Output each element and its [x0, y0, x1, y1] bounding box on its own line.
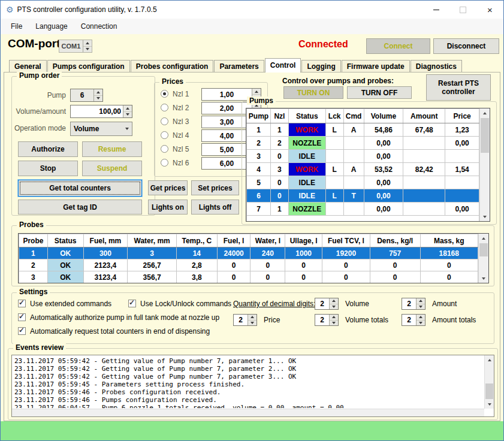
get-prices-button[interactable]: Get prices	[148, 180, 188, 195]
nzl4-radio[interactable]	[161, 131, 168, 139]
pump-row-5[interactable]: 50IDLE0,00	[247, 176, 479, 189]
nzl6-radio[interactable]	[161, 159, 168, 167]
events-vertical-scrollbar[interactable]	[484, 355, 494, 409]
scroll-thumb[interactable]	[481, 118, 489, 153]
tab-logging[interactable]: Logging	[301, 60, 340, 72]
probe-row-1-selected[interactable]: 1OK3003142400024010001920075718168	[19, 247, 478, 259]
turn-on-button[interactable]: TURN ON	[283, 86, 343, 99]
scroll-up-icon[interactable]	[479, 234, 488, 243]
tab-general[interactable]: General	[9, 60, 47, 72]
use-extended-commands-label: Use extended commands	[30, 300, 111, 308]
get-tag-id-button[interactable]: Get tag ID	[18, 200, 142, 215]
pump-row-1[interactable]: 11WORKLA54,8667,481,23	[247, 123, 479, 137]
nzl2-radio[interactable]	[161, 104, 168, 111]
auto-request-totals-checkbox[interactable]	[18, 327, 26, 335]
pumps-group-label: Pumps	[247, 96, 276, 105]
authorize-button[interactable]: Authorize	[18, 141, 78, 157]
stop-button[interactable]: Stop	[18, 161, 78, 176]
set-prices-button[interactable]: Set prices	[191, 180, 239, 195]
pumps-scrollbar[interactable]	[479, 108, 490, 221]
settings-group-label: Settings	[17, 288, 50, 296]
tab-firmware-update[interactable]: Firmware update	[342, 60, 410, 72]
tab-probes-configuration[interactable]: Probes configuration	[131, 60, 214, 72]
nzl3-radio[interactable]	[161, 117, 168, 125]
events-log[interactable]: 23.11.2017 05:59:42 - Getting value of P…	[11, 355, 494, 417]
maximize-button[interactable]	[449, 1, 476, 19]
pump-row-2[interactable]: 22NOZZLE0,000,00	[247, 137, 479, 150]
events-review-group-label: Events review	[13, 343, 66, 352]
scroll-thumb[interactable]	[485, 383, 493, 399]
operation-mode-dropdown[interactable]: Volume	[70, 122, 132, 136]
connect-button[interactable]: Connect	[366, 38, 430, 54]
probes-scrollbar[interactable]	[478, 234, 488, 283]
suspend-button[interactable]: Suspend	[82, 161, 142, 176]
scroll-down-icon[interactable]	[479, 274, 488, 283]
volume-amount-label: Volume/amount	[16, 107, 66, 116]
turn-off-button[interactable]: TURN OFF	[347, 86, 412, 99]
decimal-amount-spinner[interactable]: 2	[402, 298, 425, 310]
scroll-up-icon[interactable]	[480, 108, 490, 117]
volume-amount-spinner[interactable]: 100,00	[70, 105, 132, 118]
col-pump: Pump	[247, 109, 271, 123]
volume-amount-value: 100,00	[71, 105, 123, 117]
decimal-volume-spinner[interactable]: 2	[315, 298, 339, 310]
pump-label: Pump	[47, 91, 66, 99]
tab-strip: General Pumps configuration Probes confi…	[4, 58, 500, 72]
scroll-down-icon[interactable]	[485, 400, 494, 409]
nzl1-radio[interactable]	[161, 90, 168, 98]
nzl5-radio[interactable]	[161, 145, 168, 153]
menu-bar: File Language Connection	[1, 19, 503, 34]
tab-pumps-configuration[interactable]: Pumps configuration	[47, 60, 130, 72]
decimal-amount-totals-spinner[interactable]: 2	[402, 314, 425, 326]
lights-on-button[interactable]: Lights on	[148, 200, 188, 215]
nzl5-label: Nzl 5	[173, 145, 189, 153]
lights-off-button[interactable]: Lights off	[191, 200, 239, 215]
status-badge: OK	[47, 247, 83, 259]
log-line: 23.11.2017 05:59:42 - Getting value of P…	[14, 365, 484, 373]
probes-header-row: ProbeStatusFuel, mmWater, mmTemp., CFuel…	[19, 234, 478, 247]
com-port-spinner[interactable]: COM1	[59, 40, 92, 53]
auto-authorize-checkbox[interactable]	[18, 313, 26, 321]
events-horizontal-scrollbar[interactable]	[12, 409, 484, 416]
decimal-volume-label: Volume	[345, 300, 369, 308]
tab-diagnostics[interactable]: Diagnostics	[411, 60, 462, 72]
pump-order-group-label: Pump order	[17, 71, 62, 80]
minimize-button[interactable]	[422, 1, 449, 19]
prices-group-label: Prices	[159, 77, 186, 86]
pump-row-7[interactable]: 71NOZZLE0,000,00	[247, 203, 479, 216]
disconnect-button[interactable]: Disconnect	[433, 38, 499, 54]
close-button[interactable]: ×	[476, 1, 503, 19]
log-line: 23.11.2017 05:59:42 - Getting value of P…	[14, 373, 484, 380]
restart-pts-button[interactable]: Restart PTS controller	[426, 74, 491, 101]
app-gear-icon: ⚙	[6, 5, 14, 14]
pump-row-4[interactable]: 43WORKLA53,5282,421,54	[247, 163, 479, 176]
pump-number-spinner[interactable]: 6	[70, 89, 103, 102]
scroll-thumb[interactable]	[479, 243, 488, 256]
status-badge: IDLE	[288, 176, 325, 189]
use-lock-unlock-checkbox[interactable]	[128, 300, 136, 307]
menu-connection[interactable]: Connection	[74, 20, 124, 33]
tab-control[interactable]: Control	[265, 58, 301, 73]
probes-group: Probes ProbeStatusFuel, mmWater, mmTemp.…	[11, 225, 494, 286]
pump-row-3[interactable]: 30IDLE0,00	[247, 150, 479, 163]
status-badge: OK	[47, 259, 83, 271]
scroll-up-icon[interactable]	[485, 355, 494, 364]
connection-status: Connected	[298, 39, 348, 50]
tab-parameters[interactable]: Parameters	[214, 60, 264, 72]
title-bar: ⚙ PTS controller configuration utility, …	[1, 1, 503, 19]
scroll-down-icon[interactable]	[480, 212, 490, 221]
probe-row-2[interactable]: 2OK2123,4256,72,8000000	[19, 259, 478, 271]
pump-row-6-selected[interactable]: 60IDLELT0,00	[247, 189, 479, 203]
menu-language[interactable]: Language	[29, 20, 74, 33]
resume-button[interactable]: Resume	[82, 141, 142, 157]
decimal-volume-totals-spinner[interactable]: 2	[315, 314, 339, 326]
nzl1-price-value: 1,00	[202, 89, 252, 100]
menu-file[interactable]: File	[4, 20, 29, 33]
probe-row-3[interactable]: 3OK3123,4356,73,8000000	[19, 271, 478, 283]
use-extended-commands-checkbox[interactable]	[18, 300, 26, 307]
status-badge: WORK	[288, 163, 325, 176]
get-total-counters-button[interactable]: Get total counters	[18, 180, 142, 197]
decimal-price-spinner[interactable]: 2	[233, 314, 257, 326]
status-badge: IDLE	[288, 189, 325, 203]
com-port-updown[interactable]	[83, 40, 92, 52]
